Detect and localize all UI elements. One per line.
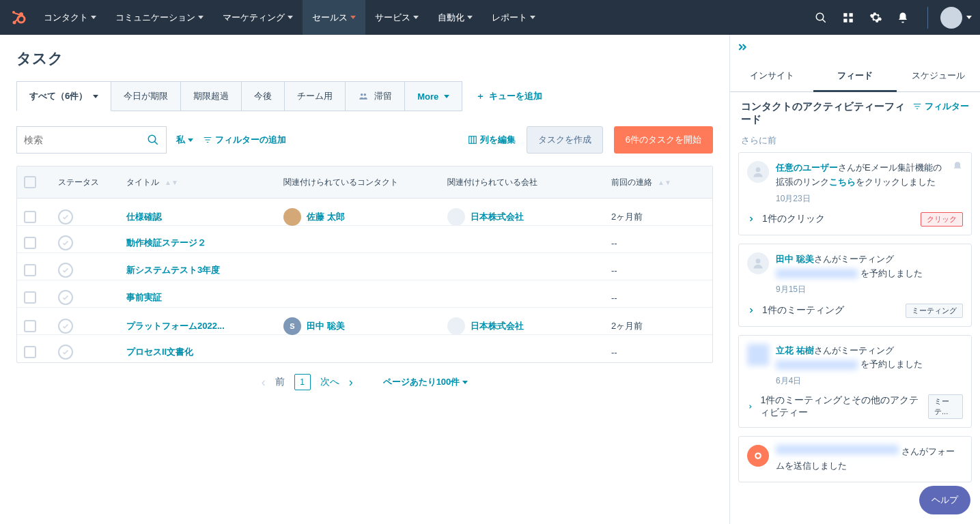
table-row[interactable]: 事前実証 -- bbox=[17, 280, 712, 308]
row-checkbox[interactable] bbox=[24, 291, 36, 304]
nav-item-自動化[interactable]: 自動化 bbox=[428, 0, 482, 35]
start-tasks-button[interactable]: 6件のタスクを開始 bbox=[614, 126, 713, 154]
settings-icon[interactable] bbox=[869, 11, 882, 25]
sidebar-tab-スケジュール[interactable]: スケジュール bbox=[897, 61, 980, 91]
nav-item-レポート[interactable]: レポート bbox=[482, 0, 545, 35]
nav-item-サービス[interactable]: サービス bbox=[365, 0, 428, 35]
tab-期限超過[interactable]: 期限超過 bbox=[181, 81, 242, 111]
task-title-link[interactable]: 動作検証ステージ２ bbox=[126, 237, 206, 249]
search-box[interactable] bbox=[16, 126, 167, 154]
next-label[interactable]: 次へ bbox=[320, 376, 339, 388]
tab-すべて（6件）[interactable]: すべて（6件） bbox=[16, 81, 111, 111]
bell-icon[interactable] bbox=[952, 161, 963, 172]
avatar bbox=[747, 344, 769, 366]
chevron-down-icon bbox=[467, 16, 473, 19]
contact-link[interactable]: 田中 聡美 bbox=[307, 320, 345, 332]
task-title-link[interactable]: 事前実証 bbox=[126, 291, 162, 304]
tab-More[interactable]: More bbox=[405, 81, 462, 111]
sidebar-tab-インサイト[interactable]: インサイト bbox=[730, 61, 813, 91]
tab-今後[interactable]: 今後 bbox=[242, 81, 285, 111]
checkbox[interactable] bbox=[24, 176, 36, 188]
row-checkbox[interactable] bbox=[24, 211, 36, 223]
avatar bbox=[747, 161, 769, 183]
marketplace-icon[interactable] bbox=[841, 11, 855, 25]
status-toggle[interactable] bbox=[58, 345, 73, 360]
sidebar-header: コンタクトのアクティビティーフィード フィルター bbox=[730, 92, 980, 134]
user-link[interactable]: 立花 祐樹 bbox=[776, 345, 814, 355]
user-link[interactable]: 田中 聡美 bbox=[776, 254, 814, 264]
create-task-button[interactable]: タスクを作成 bbox=[527, 126, 603, 154]
status-toggle[interactable] bbox=[58, 209, 73, 224]
status-toggle[interactable] bbox=[58, 235, 73, 250]
prev-label[interactable]: 前 bbox=[275, 376, 285, 388]
status-header[interactable]: ステータス bbox=[51, 167, 120, 198]
assignee-filter[interactable]: 私 bbox=[176, 134, 193, 146]
nav-item-コミュニケーション[interactable]: コミュニケーション bbox=[106, 0, 213, 35]
last-contact-cell: -- bbox=[604, 256, 712, 285]
tab-滞留[interactable]: 滞留 bbox=[346, 81, 405, 111]
status-toggle[interactable] bbox=[58, 319, 73, 334]
nav-item-コンタクト[interactable]: コンタクト bbox=[34, 0, 106, 35]
row-checkbox[interactable] bbox=[24, 346, 36, 358]
notifications-icon[interactable] bbox=[896, 11, 910, 25]
collapse-sidebar-icon[interactable] bbox=[730, 35, 980, 61]
nav-item-セールス[interactable]: セールス bbox=[303, 0, 365, 35]
tab-チーム用[interactable]: チーム用 bbox=[285, 81, 346, 111]
chevron-down-icon bbox=[91, 16, 96, 19]
row-checkbox[interactable] bbox=[24, 320, 36, 332]
task-title-link[interactable]: 仕様確認 bbox=[126, 211, 162, 223]
activity-card[interactable]: さんがフォームを送信しました bbox=[738, 436, 972, 482]
sidebar-filter-button[interactable]: フィルター bbox=[912, 100, 969, 113]
search-icon[interactable] bbox=[814, 11, 828, 25]
per-page-dropdown[interactable]: ページあたり100件 bbox=[383, 376, 468, 388]
user-link[interactable]: 任意のユーザー bbox=[776, 162, 838, 173]
plus-icon: ＋ bbox=[476, 90, 485, 102]
chevron-down-icon bbox=[350, 16, 356, 19]
task-title-link[interactable]: プラットフォーム2022... bbox=[126, 320, 225, 332]
account-menu[interactable] bbox=[927, 7, 972, 29]
company-link[interactable]: 日本株式会社 bbox=[471, 320, 524, 332]
svg-rect-8 bbox=[850, 18, 853, 22]
hubspot-logo-icon[interactable] bbox=[8, 8, 27, 27]
page-number[interactable]: 1 bbox=[294, 374, 311, 390]
add-queue-button[interactable]: ＋ キューを追加 bbox=[476, 90, 542, 102]
table-row[interactable]: 新システムテスト3年度 -- bbox=[17, 253, 712, 280]
task-title-link[interactable]: 新システムテスト3年度 bbox=[126, 264, 220, 276]
avatar bbox=[283, 208, 301, 226]
activity-card[interactable]: 田中 聡美さんがミーティング を予約しました 9月15日 1件のミーティング ミ… bbox=[738, 244, 972, 327]
inline-link[interactable]: こちら bbox=[829, 177, 856, 187]
contact-header[interactable]: 関連付けられているコンタクト bbox=[277, 167, 440, 198]
row-checkbox[interactable] bbox=[24, 264, 36, 276]
help-button[interactable]: ヘルプ bbox=[919, 486, 970, 514]
add-filter-button[interactable]: フィルターの追加 bbox=[203, 134, 286, 146]
last-contact-header[interactable]: 前回の連絡▲▼ bbox=[604, 167, 712, 198]
card-footer[interactable]: 1件のミーティング ミーティング bbox=[747, 304, 963, 318]
edit-columns-button[interactable]: 列を編集 bbox=[468, 134, 516, 146]
activity-card[interactable]: 任意のユーザーさんがEメール集計機能の拡張のリンクこちらをクリックしました 10… bbox=[738, 152, 972, 235]
status-toggle[interactable] bbox=[58, 290, 73, 305]
table-row[interactable]: 仕様確認 佐藤 太郎 日本株式会社 2ヶ月前 bbox=[17, 199, 712, 226]
chevron-down-icon bbox=[966, 16, 972, 19]
sidebar-tab-フィード[interactable]: フィード bbox=[813, 61, 897, 92]
prev-page-icon[interactable]: ‹ bbox=[262, 375, 266, 390]
company-header[interactable]: 関連付けられている会社 bbox=[440, 167, 604, 198]
card-footer[interactable]: 1件のミーティングとその他のアクティビティー ミーテ... bbox=[747, 394, 963, 419]
select-all-header[interactable] bbox=[17, 166, 51, 198]
activity-card[interactable]: 立花 祐樹さんがミーティング を予約しました 6月4日 1件のミーティングとその… bbox=[738, 335, 972, 428]
contact-link[interactable]: 佐藤 太郎 bbox=[307, 211, 345, 223]
nav-item-マーケティング[interactable]: マーケティング bbox=[213, 0, 303, 35]
next-page-icon[interactable]: › bbox=[349, 375, 353, 390]
task-title-link[interactable]: プロセスII文書化 bbox=[126, 346, 193, 358]
sidebar-filter-label: フィルター bbox=[925, 100, 969, 113]
search-input[interactable] bbox=[24, 134, 147, 145]
title-header[interactable]: タイトル▲▼ bbox=[120, 167, 277, 198]
activity-feed[interactable]: 任意のユーザーさんがEメール集計機能の拡張のリンクこちらをクリックしました 10… bbox=[730, 152, 980, 524]
company-link[interactable]: 日本株式会社 bbox=[471, 211, 524, 223]
status-toggle[interactable] bbox=[58, 263, 73, 278]
table-row[interactable]: プラットフォーム2022... S田中 聡美 日本株式会社 2ヶ月前 bbox=[17, 308, 712, 335]
row-checkbox[interactable] bbox=[24, 237, 36, 249]
tab-今日が期限[interactable]: 今日が期限 bbox=[111, 81, 181, 111]
svg-point-15 bbox=[755, 454, 761, 459]
svg-point-14 bbox=[756, 259, 761, 263]
card-footer[interactable]: 1件のクリック クリック bbox=[747, 212, 963, 227]
